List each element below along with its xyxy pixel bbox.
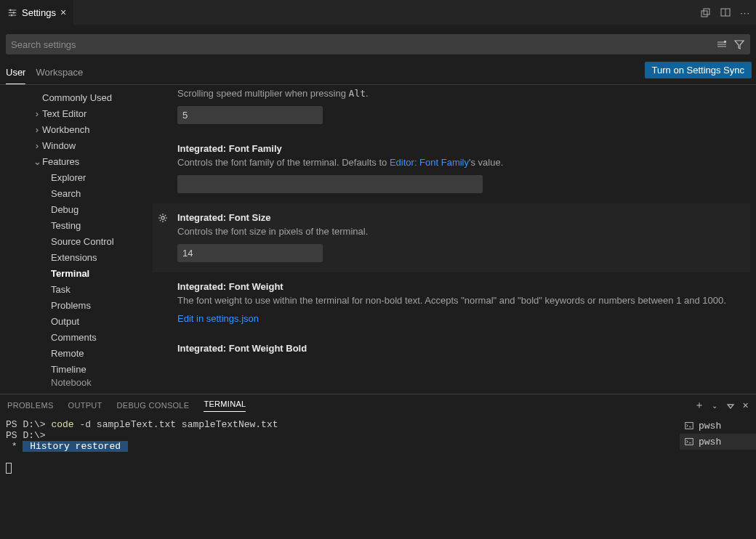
tree-commonly-used[interactable]: Commonly Used — [0, 89, 153, 105]
tree-task[interactable]: Task — [0, 281, 153, 297]
tab-title: Settings — [22, 7, 56, 18]
terminal-output[interactable]: PS D:\> code -d sampleText.txt sampleTex… — [0, 416, 680, 539]
tree-notebook[interactable]: Notebook — [0, 377, 153, 387]
setting-title: Integrated: Font Size — [177, 212, 743, 223]
setting-description: The font weight to use within the termin… — [177, 295, 743, 306]
tree-timeline[interactable]: Timeline — [0, 361, 153, 377]
setting-font-weight: Integrated: Font Weight The font weight … — [153, 272, 750, 334]
tree-text-editor[interactable]: ›Text Editor — [0, 105, 153, 121]
terminal-icon — [684, 437, 694, 447]
panel-tab-terminal[interactable]: TERMINAL — [204, 400, 246, 412]
settings-editor: User Workspace Turn on Settings Sync Com… — [0, 25, 756, 394]
edit-in-json-link[interactable]: Edit in settings.json — [177, 313, 743, 324]
scroll-speed-input[interactable] — [177, 106, 323, 124]
filter-icon[interactable] — [733, 38, 745, 50]
setting-font-weight-bold: Integrated: Font Weight Bold — [153, 334, 750, 354]
svg-rect-1 — [13, 12, 15, 14]
tree-features[interactable]: ⌄Features — [0, 153, 153, 169]
tree-source-control[interactable]: Source Control — [0, 233, 153, 249]
tree-debug[interactable]: Debug — [0, 201, 153, 217]
settings-search[interactable] — [6, 34, 750, 54]
editor-actions: ··· — [693, 0, 756, 25]
settings-scope: User Workspace Turn on Settings Sync — [0, 60, 756, 85]
editor-font-family-link[interactable]: Editor: Font Family — [390, 157, 469, 168]
setting-scroll-speed: Scrolling speed multiplier when pressing… — [153, 88, 750, 134]
tree-output[interactable]: Output — [0, 313, 153, 329]
scope-workspace-tab[interactable]: Workspace — [36, 60, 83, 84]
settings-content: Scrolling speed multiplier when pressing… — [153, 85, 756, 394]
tree-explorer[interactable]: Explorer — [0, 169, 153, 185]
svg-rect-4 — [704, 9, 709, 15]
settings-tree: Commonly Used ›Text Editor ›Workbench ›W… — [0, 85, 153, 394]
setting-title: Integrated: Font Weight — [177, 281, 743, 292]
tree-terminal[interactable]: Terminal — [0, 265, 153, 281]
svg-point-8 — [161, 216, 164, 219]
setting-description: Controls the font size in pixels of the … — [177, 226, 743, 237]
editor-tabbar: Settings × ··· — [0, 0, 756, 25]
terminal-session-list: pwsh pwsh — [680, 416, 756, 539]
font-size-input[interactable] — [177, 244, 323, 262]
new-terminal-icon[interactable]: ＋ — [694, 399, 704, 412]
split-editor-icon[interactable] — [720, 7, 731, 18]
close-icon[interactable]: × — [60, 7, 66, 17]
panel-tab-problems[interactable]: PROBLEMS — [7, 401, 54, 410]
close-panel-icon[interactable]: × — [743, 400, 749, 411]
scope-user-tab[interactable]: User — [6, 60, 25, 84]
clear-search-icon[interactable] — [716, 38, 728, 50]
chevron-right-icon: › — [32, 140, 42, 151]
tree-remote[interactable]: Remote — [0, 345, 153, 361]
svg-rect-9 — [685, 423, 693, 429]
more-actions-icon[interactable]: ··· — [740, 7, 750, 18]
tree-search[interactable]: Search — [0, 185, 153, 201]
svg-rect-10 — [685, 439, 693, 445]
tree-testing[interactable]: Testing — [0, 217, 153, 233]
bottom-panel: PROBLEMS OUTPUT DEBUG CONSOLE TERMINAL ＋… — [0, 394, 756, 539]
chevron-down-icon: ⌄ — [32, 156, 42, 167]
tree-window[interactable]: ›Window — [0, 137, 153, 153]
tree-problems[interactable]: Problems — [0, 297, 153, 313]
terminal-session[interactable]: pwsh — [680, 418, 756, 434]
chevron-right-icon: › — [32, 108, 42, 119]
panel-tabbar: PROBLEMS OUTPUT DEBUG CONSOLE TERMINAL ＋… — [0, 394, 756, 416]
settings-icon — [7, 7, 17, 17]
terminal-session-label: pwsh — [699, 437, 721, 447]
tree-comments[interactable]: Comments — [0, 329, 153, 345]
terminal-icon — [684, 421, 694, 431]
tree-workbench[interactable]: ›Workbench — [0, 121, 153, 137]
gear-icon[interactable] — [157, 212, 169, 224]
svg-rect-3 — [701, 11, 707, 17]
svg-rect-7 — [724, 41, 726, 43]
search-input[interactable] — [11, 39, 716, 50]
panel-tab-output[interactable]: OUTPUT — [68, 401, 102, 410]
panel-tab-debug-console[interactable]: DEBUG CONSOLE — [117, 401, 190, 410]
setting-title: Integrated: Font Weight Bold — [177, 343, 743, 354]
setting-title: Integrated: Font Family — [177, 143, 743, 154]
split-terminal-dropdown-icon[interactable]: ⌄ — [712, 402, 717, 410]
setting-description: Scrolling speed multiplier when pressing… — [177, 88, 743, 99]
chevron-right-icon: › — [32, 124, 42, 135]
terminal-cursor — [6, 463, 12, 474]
svg-rect-2 — [11, 15, 12, 17]
settings-sync-button[interactable]: Turn on Settings Sync — [645, 62, 752, 78]
tree-extensions[interactable]: Extensions — [0, 249, 153, 265]
setting-font-family: Integrated: Font Family Controls the fon… — [153, 134, 750, 203]
font-family-input[interactable] — [177, 175, 483, 193]
maximize-panel-icon[interactable] — [725, 400, 736, 410]
open-changes-icon[interactable] — [699, 7, 711, 18]
terminal-session-label: pwsh — [699, 421, 721, 431]
settings-tab[interactable]: Settings × — [0, 0, 74, 25]
setting-font-size: Integrated: Font Size Controls the font … — [153, 203, 750, 272]
terminal-session[interactable]: pwsh — [680, 434, 756, 450]
svg-rect-0 — [10, 9, 12, 12]
setting-description: Controls the font family of the terminal… — [177, 157, 743, 168]
